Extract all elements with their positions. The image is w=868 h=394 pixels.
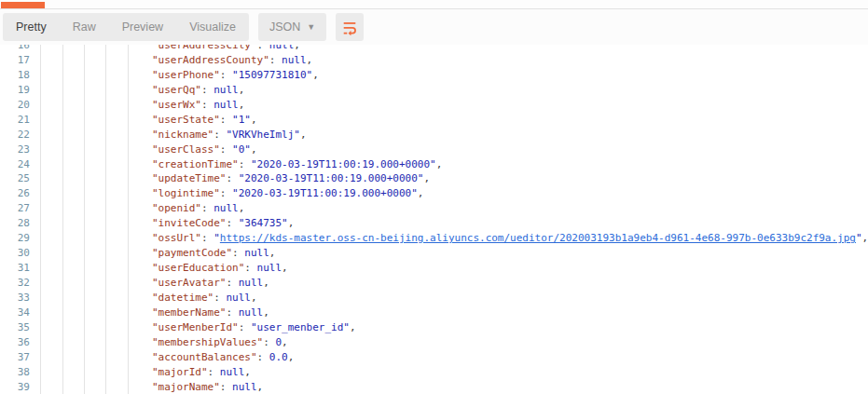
line-content: "majorName": null, bbox=[30, 380, 263, 394]
active-tab-indicator bbox=[1, 2, 45, 8]
json-punctuation: : bbox=[269, 54, 282, 66]
json-key: "userAddressCity" bbox=[152, 45, 257, 51]
code-line: 38"majorId": null, bbox=[0, 365, 868, 380]
line-number: 19 bbox=[0, 83, 30, 98]
line-number: 28 bbox=[0, 216, 30, 231]
line-content: "updateTime": "2020-03-19T11:00:19.000+0… bbox=[30, 171, 430, 186]
json-key: "userWx" bbox=[152, 99, 201, 111]
response-body-panel: Pretty Raw Preview Visualize JSON ▼ bbox=[0, 0, 868, 394]
json-punctuation: : bbox=[220, 187, 232, 199]
json-key: "userClass" bbox=[152, 143, 220, 156]
json-value: " bbox=[214, 232, 220, 244]
tab-strip bbox=[0, 0, 868, 9]
json-value: null bbox=[269, 45, 295, 51]
code-lines: 16"userAddressCity": null,17"userAddress… bbox=[0, 45, 868, 394]
code-line: 21"userState": "1", bbox=[0, 113, 868, 128]
json-value: null bbox=[214, 99, 239, 111]
json-value: "15097731810" bbox=[232, 69, 312, 81]
code-line: 30"paymentCode": null, bbox=[0, 246, 868, 261]
json-value: "2020-03-19T11:00:19.000+0000" bbox=[239, 172, 424, 184]
code-line: 16"userAddressCity": null, bbox=[0, 45, 868, 53]
json-punctuation: , bbox=[251, 143, 257, 156]
json-key: "memberName" bbox=[152, 306, 226, 319]
json-link-value[interactable]: https://kds-master.oss-cn-beijing.aliyun… bbox=[220, 232, 856, 244]
line-number: 23 bbox=[0, 143, 30, 157]
line-number: 17 bbox=[0, 53, 30, 68]
line-content: "userWx": null, bbox=[30, 98, 244, 113]
json-punctuation: , bbox=[251, 114, 257, 126]
line-number: 37 bbox=[0, 350, 30, 365]
line-number: 25 bbox=[0, 171, 30, 186]
json-punctuation: : bbox=[239, 158, 251, 170]
line-content: "userQq": null, bbox=[30, 83, 244, 98]
json-punctuation: , bbox=[239, 99, 245, 111]
tab-raw[interactable]: Raw bbox=[60, 13, 109, 41]
code-line: 17"userAddressCounty": null, bbox=[0, 53, 868, 68]
line-number: 32 bbox=[0, 276, 30, 291]
json-value: null bbox=[282, 54, 307, 66]
json-punctuation: : bbox=[201, 232, 214, 244]
line-content: "majorId": null, bbox=[30, 365, 251, 380]
json-value: "1" bbox=[232, 114, 251, 126]
line-content: "memberName": null, bbox=[30, 306, 269, 320]
json-key: "logintime" bbox=[152, 187, 220, 199]
json-punctuation: : bbox=[257, 351, 269, 363]
code-line: 31"userEducation": null, bbox=[0, 261, 868, 276]
json-punctuation: , bbox=[257, 381, 264, 393]
line-number: 18 bbox=[0, 68, 30, 83]
line-number: 24 bbox=[0, 157, 30, 172]
json-value: null bbox=[239, 306, 264, 319]
line-number: 21 bbox=[0, 113, 30, 128]
json-key: "inviteCode" bbox=[152, 217, 226, 229]
code-line: 18"userPhone": "15097731810", bbox=[0, 68, 868, 83]
json-key: "membershipValues" bbox=[152, 336, 263, 348]
json-punctuation: , bbox=[300, 129, 307, 141]
code-line: 26"logintime": "2020-03-19T11:00:19.000+… bbox=[0, 186, 868, 201]
json-key: "userMenberId" bbox=[152, 321, 239, 333]
line-number: 27 bbox=[0, 201, 30, 216]
json-key: "userState" bbox=[152, 114, 220, 126]
line-number: 30 bbox=[0, 246, 30, 261]
line-content: "userMenberId": "user_menber_id", bbox=[30, 320, 356, 335]
json-value: null bbox=[214, 202, 239, 214]
code-line: 36"membershipValues": 0, bbox=[0, 335, 868, 350]
line-number: 33 bbox=[0, 291, 30, 306]
tab-preview[interactable]: Preview bbox=[109, 13, 176, 41]
json-punctuation: , bbox=[307, 54, 313, 66]
line-number: 26 bbox=[0, 186, 30, 201]
wrap-text-button[interactable] bbox=[336, 13, 364, 41]
tab-visualize[interactable]: Visualize bbox=[176, 13, 249, 41]
json-response-viewer[interactable]: 16"userAddressCity": null,17"userAddress… bbox=[0, 45, 868, 394]
json-punctuation: , bbox=[282, 262, 288, 274]
json-value: 0.0 bbox=[269, 351, 288, 363]
json-value: null bbox=[257, 262, 282, 274]
json-punctuation: , bbox=[862, 232, 868, 244]
json-punctuation: : bbox=[226, 217, 238, 229]
json-punctuation: : bbox=[208, 366, 220, 378]
line-number: 31 bbox=[0, 261, 30, 276]
json-value: null bbox=[232, 381, 257, 393]
line-number: 35 bbox=[0, 320, 30, 335]
code-line: 32"userAvatar": null, bbox=[0, 276, 868, 291]
line-number: 36 bbox=[0, 335, 30, 350]
json-punctuation: : bbox=[220, 69, 232, 81]
format-select[interactable]: JSON ▼ bbox=[258, 13, 326, 41]
json-punctuation: : bbox=[214, 292, 226, 304]
tab-pretty[interactable]: Pretty bbox=[3, 13, 60, 41]
code-line: 27"openid": null, bbox=[0, 201, 868, 216]
json-value: null bbox=[239, 277, 264, 289]
line-content: "userState": "1", bbox=[30, 113, 257, 128]
code-line: 34"memberName": null, bbox=[0, 306, 868, 320]
view-mode-segmented-control: Pretty Raw Preview Visualize bbox=[3, 13, 249, 41]
json-punctuation: , bbox=[312, 69, 319, 81]
line-content: "openid": null, bbox=[30, 201, 244, 216]
code-line: 35"userMenberId": "user_menber_id", bbox=[0, 320, 868, 335]
code-line: 39"majorName": null, bbox=[0, 380, 868, 394]
line-content: "accountBalances": 0.0, bbox=[30, 350, 294, 365]
json-key: "majorId" bbox=[152, 366, 208, 378]
line-number: 39 bbox=[0, 380, 30, 394]
json-punctuation: : bbox=[239, 321, 251, 333]
line-content: "userAddressCounty": null, bbox=[30, 53, 312, 68]
line-content: "inviteCode": "364735", bbox=[30, 216, 294, 231]
json-punctuation: : bbox=[214, 129, 226, 141]
